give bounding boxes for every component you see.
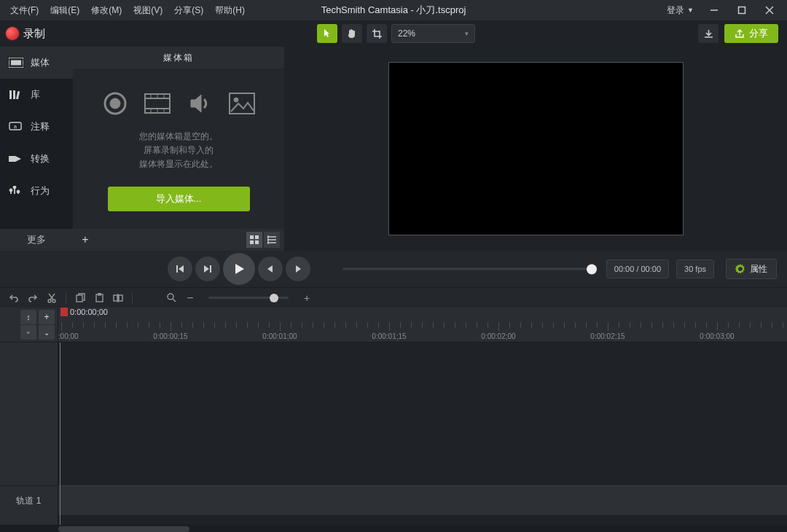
tab-more[interactable]: 更多: [0, 229, 73, 251]
menu-help[interactable]: 帮助(H): [209, 0, 251, 20]
cut-button[interactable]: [44, 290, 60, 306]
svg-rect-11: [9, 122, 21, 130]
window-minimize[interactable]: [701, 0, 727, 20]
tab-transitions[interactable]: 转换: [0, 143, 73, 175]
add-media-button[interactable]: +: [77, 232, 93, 248]
svg-rect-57: [98, 293, 101, 295]
svg-point-61: [168, 294, 173, 300]
timeline-add-button[interactable]: +: [39, 310, 55, 324]
menu-edit[interactable]: 编辑(E): [44, 0, 85, 20]
svg-rect-47: [210, 265, 211, 273]
svg-rect-32: [230, 93, 254, 114]
redo-button[interactable]: [25, 290, 41, 306]
timeline-header-controls: ↕ + ◦ ⌄: [0, 308, 58, 342]
window-maximize[interactable]: [729, 0, 755, 20]
work-area: 媒体 库 a 注释 转换 行为 更多 媒体箱: [0, 47, 787, 251]
step-back-button[interactable]: [258, 257, 283, 281]
tick-label: 0:00:02;15: [590, 332, 624, 340]
timeline-lock-icon[interactable]: ↕: [20, 310, 36, 324]
seek-bar[interactable]: [342, 268, 590, 270]
view-grid-icon[interactable]: [246, 232, 262, 248]
menu-file[interactable]: 文件(F): [4, 0, 44, 20]
preview-canvas[interactable]: [388, 62, 684, 235]
track-1-label[interactable]: 轨道 1: [0, 485, 58, 516]
playhead[interactable]: 0:00:00;00: [60, 308, 68, 316]
timeline-collapse-button[interactable]: ⌄: [39, 325, 55, 340]
paste-button[interactable]: [91, 290, 107, 306]
svg-rect-37: [255, 240, 259, 244]
audio-placeholder-icon: [187, 90, 213, 117]
media-panel: 媒体箱 您的媒体箱是空的。 屏幕录制和导入的 媒体将显示在此处。 导入媒体...…: [73, 47, 284, 251]
tick-label: 0:00:02;00: [481, 332, 515, 340]
download-icon[interactable]: [698, 24, 719, 43]
svg-point-20: [17, 191, 20, 193]
svg-point-33: [234, 98, 238, 102]
timeline-zoom-slider[interactable]: [208, 297, 289, 299]
canvas-zoom-select[interactable]: 22%: [391, 24, 475, 43]
tab-media[interactable]: 媒体: [0, 47, 73, 79]
svg-marker-46: [204, 265, 209, 273]
svg-rect-35: [255, 235, 259, 239]
tool-crop[interactable]: [367, 24, 387, 43]
zoom-out-button[interactable]: −: [182, 290, 198, 306]
svg-rect-44: [176, 265, 178, 273]
preview-pane: [284, 47, 787, 251]
menu-modify[interactable]: 修改(M): [85, 0, 128, 20]
playback-bar: 00:00 / 00:00 30 fps 属性: [0, 251, 787, 287]
video-placeholder-icon: [144, 90, 171, 117]
properties-button[interactable]: 属性: [726, 259, 777, 279]
svg-rect-8: [9, 90, 12, 99]
prev-frame-button[interactable]: [168, 257, 192, 281]
gear-icon: [735, 264, 745, 274]
login-button[interactable]: 登录 ▼: [661, 4, 700, 17]
svg-rect-59: [119, 295, 122, 301]
svg-rect-13: [9, 156, 15, 162]
split-button[interactable]: [110, 290, 126, 306]
menu-bar: 文件(F) 编辑(E) 修改(M) 视图(V) 分享(S) 帮助(H) Tech…: [0, 0, 787, 20]
zoom-in-button[interactable]: +: [299, 290, 315, 306]
svg-rect-23: [145, 94, 170, 113]
media-empty-text: 您的媒体箱是空的。 屏幕录制和导入的 媒体将显示在此处。: [139, 130, 218, 172]
svg-point-43: [267, 242, 269, 243]
media-icon: [9, 57, 23, 69]
media-panel-title: 媒体箱: [73, 47, 284, 69]
timeline-scrollbar-thumb[interactable]: [58, 526, 189, 532]
record-button[interactable]: 录制: [6, 27, 45, 41]
svg-rect-34: [250, 235, 254, 239]
track-canvas[interactable]: [58, 343, 787, 525]
svg-rect-5: [11, 60, 21, 66]
image-placeholder-icon: [229, 90, 255, 117]
svg-line-54: [49, 294, 53, 300]
tick-label: 0:00:01;00: [262, 332, 297, 340]
fps-display[interactable]: 30 fps: [676, 259, 714, 278]
import-media-button[interactable]: 导入媒体...: [108, 187, 250, 211]
tool-hand[interactable]: [342, 24, 362, 43]
undo-button[interactable]: [6, 290, 22, 306]
behaviors-icon: [9, 185, 23, 197]
track-1-strip[interactable]: [58, 485, 787, 516]
svg-point-51: [48, 300, 51, 302]
svg-point-41: [267, 236, 269, 238]
timeline-scrollbar[interactable]: [0, 525, 787, 532]
copy-button[interactable]: [72, 290, 88, 306]
tab-annotations[interactable]: a 注释: [0, 111, 73, 143]
menu-view[interactable]: 视图(V): [128, 0, 168, 20]
transitions-icon: [9, 153, 23, 165]
next-frame-button[interactable]: [195, 257, 220, 281]
view-list-icon[interactable]: [264, 232, 280, 248]
step-forward-button[interactable]: [286, 257, 310, 281]
seek-handle[interactable]: [587, 264, 597, 274]
tool-pointer[interactable]: [317, 24, 337, 43]
time-display: 00:00 / 00:00: [606, 259, 669, 278]
timeline-marker-icon[interactable]: ◦: [20, 325, 36, 340]
tab-library[interactable]: 库: [0, 79, 73, 111]
svg-text:a: a: [14, 124, 17, 129]
timeline-ruler[interactable]: 0:00:00;00 0:00:00;000:00:00;150:00:01;0…: [58, 308, 787, 342]
window-close[interactable]: [756, 0, 783, 20]
play-button[interactable]: [223, 253, 255, 285]
share-button[interactable]: 分享: [724, 24, 778, 43]
menu-share[interactable]: 分享(S): [168, 0, 209, 20]
annotations-icon: a: [9, 121, 23, 133]
tab-behaviors[interactable]: 行为: [0, 175, 73, 207]
timeline-zoom-handle[interactable]: [270, 294, 278, 302]
